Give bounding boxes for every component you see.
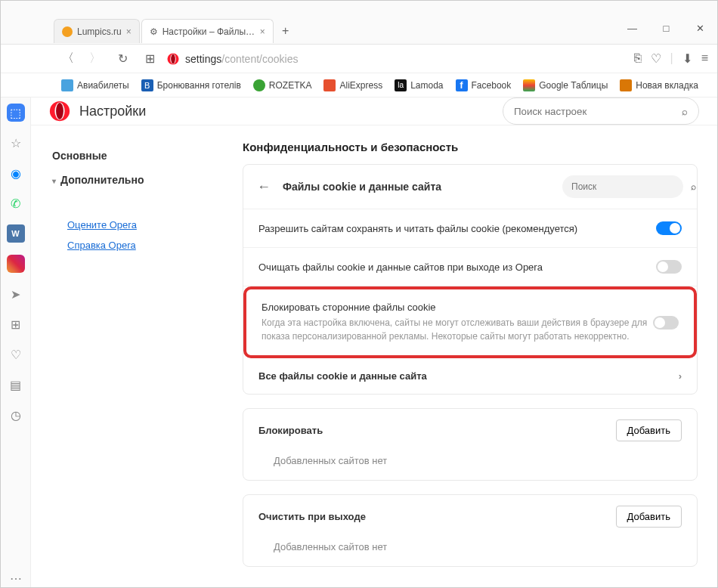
search-icon: ⌕ <box>682 106 688 117</box>
bookmark-item[interactable]: Авиабилеты <box>61 79 129 91</box>
clear-empty: Добавленных сайтов нет <box>243 532 697 566</box>
download-icon[interactable]: ⬇ <box>682 51 692 66</box>
news-icon[interactable]: ▤ <box>7 376 25 394</box>
vk-icon[interactable]: W <box>7 224 25 243</box>
card-search[interactable]: ⌕ <box>562 175 683 198</box>
block-third-party-toggle[interactable] <box>653 316 679 330</box>
row-block-third-party: Блокировать сторонние файлы cookie Когда… <box>243 286 697 358</box>
row-allow-cookies: Разрешить сайтам сохранять и читать файл… <box>243 209 697 248</box>
tab-title: Lumpics.ru <box>77 26 122 37</box>
sidebar: ⬚ ☆ ◉ ✆ W ➤ ⊞ ♡ ▤ ◷ ⋯ <box>1 97 31 587</box>
heart-icon[interactable]: ♡ <box>651 51 661 66</box>
row-description: Когда эта настройка включена, сайты не м… <box>262 316 653 343</box>
bookmark-icon <box>323 79 336 91</box>
clear-card: Очистить при выходе Добавить Добавленных… <box>243 494 698 567</box>
bookmark-icon <box>253 79 265 91</box>
bookmark-icon: B <box>141 79 153 91</box>
bookmark-item[interactable]: AliExpress <box>323 79 382 91</box>
maximize-button[interactable]: □ <box>649 12 683 44</box>
row-label: Разрешить сайтам сохранять и читать файл… <box>258 223 656 234</box>
address-bar[interactable]: settings/content/cookies <box>167 53 627 65</box>
bookmark-item[interactable]: BБронювання готелів <box>141 79 241 91</box>
minimize-button[interactable]: — <box>615 12 649 44</box>
nav-basic[interactable]: Основные <box>52 144 221 168</box>
close-icon[interactable]: × <box>260 26 265 37</box>
reload-button[interactable]: ↻ <box>113 49 132 69</box>
bookmark-item[interactable]: Новая вкладка <box>620 79 698 91</box>
row-label: Очищать файлы cookie и данные сайтов при… <box>258 262 656 273</box>
opera-icon <box>167 53 179 65</box>
messenger-icon[interactable]: ◉ <box>7 164 25 182</box>
block-card: Блокировать Добавить Добавленных сайтов … <box>243 408 698 481</box>
bookmark-icon: la <box>395 79 407 91</box>
search-input[interactable] <box>514 106 682 117</box>
settings-header: Настройки ⌕ <box>31 97 717 125</box>
url-path: /content/cookies <box>221 53 298 65</box>
bookmark-icon: f <box>456 79 468 91</box>
urlbar: 〈 〉 ↻ ⊞ settings/content/cookies ⎘ ♡ | ⬇… <box>1 45 717 73</box>
star-icon[interactable]: ☆ <box>7 134 25 152</box>
titlebar: Lumpics.ru × ⚙ Настройки – Файлы cookie … <box>1 1 717 45</box>
allow-cookies-toggle[interactable] <box>656 221 682 235</box>
back-arrow-icon[interactable]: ← <box>257 179 272 195</box>
block-empty: Добавленных сайтов нет <box>243 446 697 480</box>
bookmark-item[interactable]: Google Таблицы <box>523 79 608 91</box>
close-icon[interactable]: × <box>126 26 132 37</box>
tab-lumpics[interactable]: Lumpics.ru × <box>54 19 140 43</box>
page-title: Настройки <box>79 104 146 119</box>
nav-advanced[interactable]: Дополнительно <box>52 168 221 192</box>
home-icon[interactable]: ⬚ <box>7 104 25 122</box>
row-clear-on-exit: Очищать файлы cookie и данные сайтов при… <box>243 248 697 286</box>
tab-title: Настройки – Файлы cookie <box>162 26 255 37</box>
back-button[interactable]: 〈 <box>58 49 78 69</box>
forward-button[interactable]: 〉 <box>85 49 105 69</box>
close-button[interactable]: ✕ <box>683 12 717 44</box>
bookmark-item[interactable]: laLamoda <box>395 79 443 91</box>
speed-dial-icon[interactable]: ⊞ <box>140 49 159 69</box>
more-icon[interactable]: ⋯ <box>7 569 25 587</box>
chevron-right-icon: › <box>679 370 682 382</box>
bookmark-icon <box>61 79 73 91</box>
gear-icon: ⚙ <box>150 26 158 37</box>
history-icon[interactable]: ◷ <box>7 406 25 424</box>
snapshot-icon[interactable]: ⎘ <box>634 51 642 66</box>
card-search-input[interactable] <box>571 181 685 192</box>
block-title: Блокировать <box>258 425 323 436</box>
settings-search[interactable]: ⌕ <box>503 97 699 125</box>
card-title: Файлы cookie и данные сайта <box>283 181 552 193</box>
add-clear-button[interactable]: Добавить <box>616 506 682 528</box>
clear-exit-toggle[interactable] <box>656 260 682 274</box>
search-icon: ⌕ <box>691 181 696 192</box>
url-prefix: settings <box>185 53 221 65</box>
bookmark-item[interactable]: ROZETKA <box>253 79 312 91</box>
grid-icon[interactable]: ⊞ <box>7 315 25 333</box>
bookmark-item[interactable]: fFacebook <box>456 79 512 91</box>
rate-opera-link[interactable]: Оцените Opera <box>52 215 221 235</box>
add-block-button[interactable]: Добавить <box>616 419 682 441</box>
whatsapp-icon[interactable]: ✆ <box>7 194 25 212</box>
help-opera-link[interactable]: Справка Opera <box>52 235 221 255</box>
bookmarks-bar: Авиабилеты BБронювання готелів ROZETKA A… <box>1 73 717 97</box>
cookies-card: ← Файлы cookie и данные сайта ⌕ Разрешит… <box>243 164 698 395</box>
bookmark-icon <box>620 79 632 91</box>
heart-icon[interactable]: ♡ <box>7 345 25 364</box>
settings-nav: Основные Дополнительно Оцените Opera Спр… <box>31 125 243 588</box>
instagram-icon[interactable] <box>7 255 25 273</box>
new-tab-button[interactable]: + <box>275 20 296 42</box>
opera-icon <box>49 101 70 122</box>
send-icon[interactable]: ➤ <box>7 285 25 303</box>
settings-pane: Конфиденциальность и безопасность ← Файл… <box>243 125 717 588</box>
clear-title: Очистить при выходе <box>258 511 366 522</box>
row-all-cookies[interactable]: Все файлы cookie и данные сайта › <box>243 358 697 394</box>
row-label: Все файлы cookie и данные сайта <box>258 370 427 382</box>
menu-icon[interactable]: ≡ <box>701 51 708 66</box>
favicon-lumpics <box>62 26 73 37</box>
row-label: Блокировать сторонние файлы cookie <box>262 302 653 313</box>
tab-settings[interactable]: ⚙ Настройки – Файлы cookie × <box>141 19 274 43</box>
bookmark-icon <box>523 79 535 91</box>
section-title: Конфиденциальность и безопасность <box>243 141 698 153</box>
